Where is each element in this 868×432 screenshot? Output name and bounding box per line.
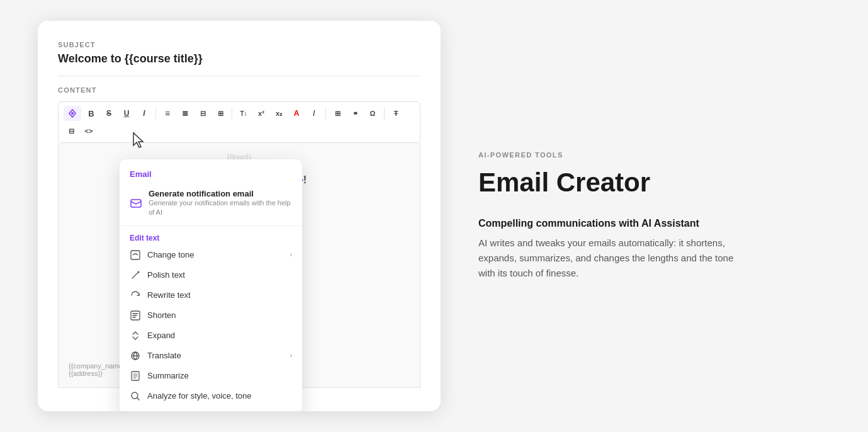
expand-icon — [130, 330, 141, 341]
separator-3 — [325, 108, 326, 119]
change-tone-chevron: › — [290, 251, 292, 258]
generate-email-item[interactable]: Generate notification email Generate you… — [120, 184, 302, 223]
rewrite-text-label: Rewrite text — [147, 290, 191, 300]
block-button[interactable]: ⊟ — [195, 106, 210, 121]
link-button[interactable]: ⚭ — [347, 106, 363, 121]
shorten-icon — [130, 310, 141, 321]
svg-rect-1 — [131, 200, 141, 207]
svg-point-0 — [71, 112, 74, 115]
generate-email-icon — [130, 197, 142, 210]
ai-powered-label: AI-POWERED TOOLS — [478, 151, 830, 159]
summarize-item[interactable]: Summarize — [120, 366, 302, 386]
delete-button[interactable]: ⊟ — [64, 123, 79, 139]
email-section-label: Email — [120, 167, 302, 184]
generate-email-desc: Generate your notification emails with t… — [149, 198, 292, 218]
expand-item[interactable]: Expand — [120, 326, 302, 346]
subject-value: Welcome to {{course title}} — [58, 52, 420, 65]
svg-rect-2 — [131, 251, 140, 259]
svg-point-3 — [138, 271, 140, 273]
ai-dropdown-menu: Email Generate notification email Genera… — [120, 159, 302, 411]
ai-icon — [67, 108, 77, 118]
generate-email-title: Generate notification email — [149, 189, 292, 198]
translate-label: Translate — [147, 351, 181, 360]
underline-button[interactable]: U — [119, 106, 134, 121]
analyze-icon — [130, 390, 141, 402]
rewrite-text-item[interactable]: Rewrite text — [120, 285, 302, 305]
shorten-label: Shorten — [147, 310, 176, 320]
rewrite-text-icon — [130, 290, 141, 301]
divider — [58, 76, 420, 76]
info-panel: AI-POWERED TOOLS Email Creator Compellin… — [478, 139, 830, 293]
special-char-button[interactable]: Ω — [365, 106, 380, 121]
strikethrough-button[interactable]: S — [101, 106, 116, 121]
ordered-list-button[interactable]: ≣ — [178, 106, 193, 121]
superscript-button[interactable]: x² — [254, 106, 269, 121]
polish-text-label: Polish text — [147, 270, 185, 280]
change-tone-icon — [130, 249, 141, 261]
change-tone-item[interactable]: Change tone › — [120, 245, 302, 265]
separator-4 — [384, 108, 385, 119]
analyze-label: Analyze for style, voice, tone — [147, 391, 251, 401]
subscript-button[interactable]: x₂ — [271, 106, 286, 121]
editor-panel: SUBJECT Welcome to {{course title}} CONT… — [38, 21, 441, 411]
shorten-item[interactable]: Shorten — [120, 305, 302, 326]
generate-email-content: Generate notification email Generate you… — [149, 189, 292, 218]
analyze-item[interactable]: Analyze for style, voice, tone — [120, 386, 302, 406]
separator-2 — [232, 108, 232, 119]
image-button[interactable]: ⊞ — [330, 106, 345, 121]
striketext-button[interactable]: T — [388, 106, 403, 121]
page-container: SUBJECT Welcome to {{course title}} CONT… — [0, 0, 868, 432]
separator-1 — [155, 108, 156, 119]
unordered-list-button[interactable]: ≡ — [160, 106, 175, 121]
info-subtitle: Compelling communications with AI Assist… — [478, 218, 830, 229]
ai-toolbar-button[interactable] — [64, 106, 81, 121]
info-desc: AI writes and tweaks your emails automat… — [478, 236, 743, 281]
translate-item[interactable]: Translate › — [120, 346, 302, 366]
edit-text-label: Edit text — [120, 229, 302, 245]
summarize-icon — [130, 370, 141, 382]
info-title: Email Creator — [478, 168, 830, 198]
subject-label: SUBJECT — [58, 41, 420, 48]
change-tone-label: Change tone — [147, 250, 194, 259]
polish-text-item[interactable]: Polish text — [120, 265, 302, 285]
content-label: CONTENT — [58, 86, 420, 94]
dropdown-divider — [120, 225, 302, 226]
italic-button[interactable]: I — [137, 106, 152, 121]
bold-button[interactable]: B — [84, 106, 99, 121]
editor-toolbar: B S U I ≡ ≣ ⊟ ⊞ T↕ x² x₂ A / ⊞ ⚭ Ω T ⊟ <… — [58, 101, 420, 143]
translate-chevron: › — [290, 352, 292, 359]
summarize-label: Summarize — [147, 371, 189, 380]
font-size-button[interactable]: T↕ — [236, 106, 251, 121]
font-color-button[interactable]: A — [289, 106, 304, 121]
pen-button[interactable]: / — [307, 106, 322, 121]
polish-text-icon — [130, 270, 141, 281]
translate-icon — [130, 350, 141, 361]
expand-label: Expand — [147, 331, 175, 340]
align-button[interactable]: ⊞ — [213, 106, 228, 121]
code-button[interactable]: <> — [81, 123, 96, 139]
